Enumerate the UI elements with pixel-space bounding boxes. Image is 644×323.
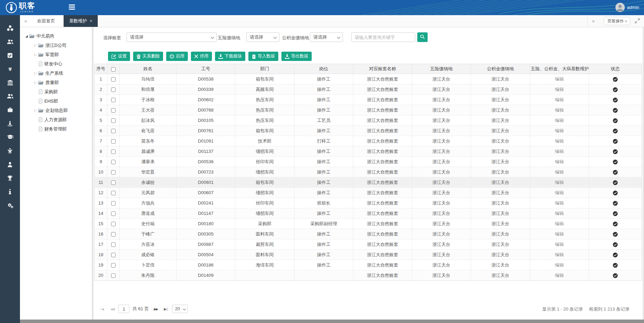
sidebar-item[interactable]: [0, 171, 20, 185]
edit-link[interactable]: 编辑: [555, 169, 564, 175]
trash-button[interactable]: 关系删除: [133, 52, 163, 61]
status-enabled-icon[interactable]: [613, 180, 618, 185]
sidebar-item[interactable]: [0, 158, 20, 171]
status-enabled-icon[interactable]: [613, 159, 618, 165]
table-row[interactable]: 19 卜定倍 D00186 海绵车间 操作工 浙江大自然账套 浙江天台 浙江天台…: [95, 260, 642, 270]
tree-item[interactable]: ◢ 中元易尚: [20, 31, 92, 41]
row-checkbox[interactable]: [111, 77, 116, 82]
tree-item[interactable]: 财务管理部: [20, 124, 92, 134]
insurance-city-select[interactable]: 请选择: [246, 32, 279, 42]
edit-link[interactable]: 编辑: [555, 211, 564, 216]
table-row[interactable]: 20 朱丹陈 D01409 浙江大自然账套 浙江天台 浙江天台 编辑: [95, 270, 642, 281]
row-checkbox[interactable]: [111, 232, 116, 237]
edit-link[interactable]: 编辑: [555, 97, 564, 102]
row-checkbox[interactable]: [111, 273, 116, 278]
edit-link[interactable]: 编辑: [555, 107, 564, 113]
edit-link[interactable]: 编辑: [555, 180, 564, 185]
status-enabled-icon[interactable]: [613, 263, 618, 268]
tree-caret-icon[interactable]: ▷: [33, 71, 38, 75]
tree-caret-icon[interactable]: ▷: [33, 43, 38, 47]
prev-page-icon[interactable]: ◀◀: [108, 305, 116, 313]
status-enabled-icon[interactable]: [613, 149, 618, 154]
edit-link[interactable]: 编辑: [555, 242, 564, 247]
tree-item[interactable]: ▷ 企划信息部: [20, 106, 92, 115]
status-enabled-icon[interactable]: [613, 252, 618, 258]
table-row[interactable]: 15 史付福 D00180 采购部 采购部副经理 浙江大自然账套 浙江天台 浙江…: [95, 219, 642, 229]
row-checkbox[interactable]: [111, 211, 116, 216]
status-enabled-icon[interactable]: [613, 221, 618, 227]
row-checkbox[interactable]: [111, 108, 116, 113]
table-row[interactable]: 12 元凤碧 D00607 缝纫车间 操作工 浙江大自然账套 浙江天台 浙江天台…: [95, 188, 642, 198]
table-row[interactable]: 17 方蓓冰 D00887 裁剪车间 操作工 浙江大自然账套 浙江天台 浙江天台…: [95, 239, 642, 250]
sidebar-item[interactable]: [0, 199, 20, 212]
edit-link[interactable]: 编辑: [555, 149, 564, 154]
user-menu[interactable]: admin: [615, 3, 639, 12]
status-enabled-icon[interactable]: [613, 139, 618, 144]
expand-icon[interactable]: [635, 18, 640, 24]
table-row[interactable]: 5 彭冰风 D00105 热压车间 工艺员 浙江大自然账套 浙江天台 浙江天台 …: [95, 115, 642, 126]
sidebar-item[interactable]: [0, 49, 20, 62]
power-button[interactable]: 启用: [166, 52, 188, 61]
status-enabled-icon[interactable]: [613, 273, 618, 278]
table-row[interactable]: 3 于冰根 D00602 热压车间 操作工 浙江大自然账套 浙江天台 浙江天台 …: [95, 95, 642, 105]
row-checkbox[interactable]: [111, 191, 116, 195]
sidebar-item[interactable]: [0, 35, 20, 49]
row-checkbox[interactable]: [111, 242, 116, 247]
table-row[interactable]: 2 和倍厚 D00339 高频车间 操作工 浙江大自然账套 浙江天台 浙江天台 …: [95, 84, 642, 95]
row-checkbox[interactable]: [111, 98, 116, 102]
sidebar-item[interactable]: ¥: [0, 62, 20, 76]
menu-toggle-icon[interactable]: [69, 4, 75, 10]
tree-caret-icon[interactable]: ▷: [33, 81, 38, 84]
next-page-icon[interactable]: ▶▶: [152, 305, 160, 313]
table-row[interactable]: 9 潘寒承 D00536 丝印车间 操作工 浙江大自然账套 浙江天台 浙江天台 …: [95, 157, 642, 167]
table-row[interactable]: 7 苗东冬 D01091 技术部 打样工 浙江大自然账套 浙江天台 浙江天台 编…: [95, 136, 642, 146]
edit-button[interactable]: 设置: [108, 52, 130, 61]
tree-caret-icon[interactable]: ▷: [33, 53, 38, 56]
first-page-icon[interactable]: |◀: [98, 305, 106, 313]
page-size-select[interactable]: 20: [172, 305, 188, 313]
table-row[interactable]: 10 华定晨 D00723 缝纫车间 操作工 浙江大自然账套 浙江天台 浙江天台…: [95, 167, 642, 177]
scroll-tabs-right-icon[interactable]: »: [587, 15, 599, 27]
tree-item[interactable]: ▷ 军需部: [20, 50, 92, 59]
edit-link[interactable]: 编辑: [555, 231, 564, 237]
status-enabled-icon[interactable]: [613, 87, 618, 92]
edit-link[interactable]: 编辑: [555, 200, 564, 206]
table-row[interactable]: 18 成必铬 D00504 面料车间 操作工 浙江大自然账套 浙江天台 浙江天台…: [95, 250, 642, 260]
row-checkbox[interactable]: [111, 170, 116, 175]
edit-link[interactable]: 编辑: [555, 262, 564, 268]
table-row[interactable]: 14 唐道成 D01147 缝纫车间 操作工 浙江大自然账套 浙江天台 浙江天台…: [95, 208, 642, 219]
tree-item[interactable]: 研发中心: [20, 59, 92, 69]
import-button[interactable]: 导入数据: [248, 52, 278, 61]
tree-item[interactable]: ▷ 浙江D公司: [20, 41, 92, 50]
fund-city-select[interactable]: 请选择: [310, 32, 343, 42]
status-enabled-icon[interactable]: [613, 232, 618, 237]
status-enabled-icon[interactable]: [613, 108, 618, 113]
row-checkbox[interactable]: [111, 149, 116, 154]
sidebar-item[interactable]: [0, 185, 20, 199]
sidebar-item[interactable]: [0, 90, 20, 103]
tab[interactable]: 基数维护×: [64, 15, 98, 27]
sidebar-item[interactable]: [0, 131, 20, 144]
row-checkbox[interactable]: [111, 87, 116, 92]
table-row[interactable]: 6 俞飞蓓 D00761 箱包车间 操作工 浙江大自然账套 浙江天台 浙江天台 …: [95, 126, 642, 136]
sidebar-item[interactable]: [0, 21, 20, 35]
row-checkbox[interactable]: [111, 263, 116, 268]
table-row[interactable]: 13 方佃兵 D00241 丝印车间 班组长 浙江大自然账套 浙江天台 浙江天台…: [95, 198, 642, 208]
last-page-icon[interactable]: ▶|: [162, 305, 170, 313]
table-row[interactable]: 11 余诚纷 D00601 箱包车间 操作工 浙江大自然账套 浙江天台 浙江天台…: [95, 177, 642, 188]
row-checkbox[interactable]: [111, 118, 116, 123]
edit-link[interactable]: 编辑: [555, 159, 564, 164]
close-button[interactable]: 停用: [191, 52, 212, 61]
sidebar-item[interactable]: [0, 144, 20, 158]
scroll-tabs-left-icon[interactable]: «: [20, 15, 32, 27]
row-checkbox[interactable]: [111, 180, 116, 185]
table-row[interactable]: 8 昌诚庚 D01137 缝纫车间 操作工 浙江大自然账套 浙江天台 浙江天台 …: [95, 146, 642, 157]
table-row[interactable]: 4 王大蓓 D00768 热压车间 操作工 浙江大自然账套 浙江天台 浙江天台 …: [95, 105, 642, 115]
tree-item[interactable]: EHS部: [20, 96, 92, 106]
edit-link[interactable]: 编辑: [555, 190, 564, 195]
row-checkbox[interactable]: [111, 139, 116, 144]
tree-item[interactable]: ▷ 质量部: [20, 78, 92, 87]
edit-link[interactable]: 编辑: [555, 76, 564, 82]
sidebar-item[interactable]: [0, 117, 20, 131]
tree-item[interactable]: ▷ 生产系统: [20, 69, 92, 78]
